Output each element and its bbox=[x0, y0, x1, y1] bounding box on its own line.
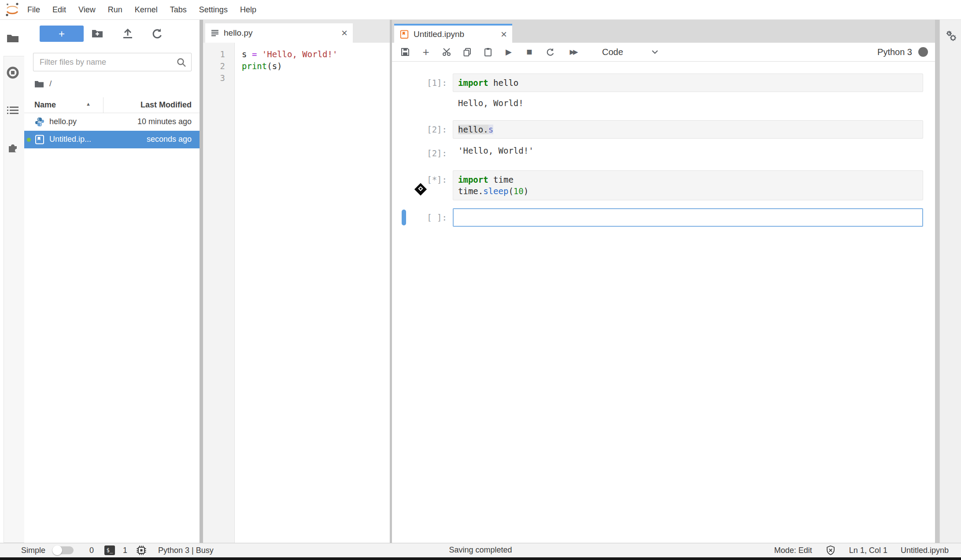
splitter-filebrowser-editor[interactable] bbox=[200, 20, 203, 543]
notebook-cells-area[interactable]: [1]:import helloHello, World![2]:hello.s… bbox=[392, 62, 935, 543]
line-number: 2 bbox=[203, 60, 225, 72]
column-divider bbox=[103, 97, 103, 113]
restart-run-all-icon[interactable]: ▶▶ bbox=[566, 48, 580, 56]
upload-icon[interactable] bbox=[122, 27, 134, 40]
kernel-chip-icon[interactable] bbox=[136, 545, 147, 556]
running-kernels-icon[interactable] bbox=[6, 66, 19, 79]
file-list-header: Name ▲ Last Modified bbox=[24, 97, 200, 113]
menu-bar: File Edit View Run Kernel Tabs Settings … bbox=[0, 0, 961, 20]
menu-edit[interactable]: Edit bbox=[46, 5, 72, 15]
file-browser-icon[interactable] bbox=[6, 32, 19, 45]
notebook-scrollbar[interactable] bbox=[935, 20, 939, 543]
stop-icon[interactable]: ■ bbox=[525, 46, 534, 58]
code-line[interactable]: hello.s bbox=[458, 124, 918, 135]
code-line[interactable]: s = 'Hello, World!' bbox=[242, 48, 388, 60]
breadcrumb[interactable]: / bbox=[34, 78, 52, 89]
notebook-cell[interactable]: [*]:import timetime.sleep(10) bbox=[392, 170, 935, 200]
restart-kernel-icon[interactable] bbox=[546, 48, 554, 56]
cell-input[interactable] bbox=[453, 208, 923, 227]
paste-cells-icon[interactable] bbox=[484, 48, 492, 56]
new-folder-icon[interactable] bbox=[91, 27, 103, 40]
chevron-down-icon[interactable] bbox=[651, 50, 659, 54]
kernels-count[interactable]: 1 bbox=[123, 546, 127, 555]
code-line[interactable] bbox=[458, 212, 918, 223]
filter-files-input[interactable] bbox=[33, 53, 191, 71]
home-folder-icon[interactable] bbox=[34, 80, 44, 88]
menu-tabs[interactable]: Tabs bbox=[164, 5, 193, 15]
kernel-busy-icon[interactable] bbox=[918, 47, 928, 57]
code-line[interactable]: time.sleep(10) bbox=[458, 185, 918, 197]
menu-kernel[interactable]: Kernel bbox=[129, 5, 164, 15]
output-text: Hello, World! bbox=[453, 96, 935, 110]
menu-run[interactable]: Run bbox=[102, 5, 129, 15]
simple-mode-toggle[interactable] bbox=[52, 546, 74, 554]
new-launcher-button[interactable]: + bbox=[40, 26, 84, 42]
menu-help[interactable]: Help bbox=[234, 5, 262, 15]
close-tab-icon[interactable]: × bbox=[501, 29, 507, 40]
shield-not-trusted-icon[interactable] bbox=[825, 545, 836, 556]
python-file-icon bbox=[34, 117, 45, 127]
column-header-name[interactable]: Name bbox=[34, 100, 56, 110]
kernel-status-text[interactable]: Python 3 | Busy bbox=[158, 546, 214, 555]
menu-view[interactable]: View bbox=[72, 5, 102, 15]
status-message: Saving completed bbox=[449, 545, 512, 555]
breadcrumb-root[interactable]: / bbox=[49, 79, 52, 88]
table-of-contents-icon[interactable] bbox=[6, 104, 19, 117]
menu-settings[interactable]: Settings bbox=[193, 5, 234, 15]
line-number: 1 bbox=[203, 48, 225, 60]
property-inspector-icon[interactable] bbox=[945, 29, 958, 43]
right-sidebar-strip bbox=[939, 20, 961, 543]
code-editor[interactable]: 1 2 3 s = 'Hello, World!' print(s) bbox=[203, 43, 390, 543]
cell-type-dropdown[interactable]: Code bbox=[602, 47, 623, 57]
file-name[interactable]: Untitled.ip... bbox=[49, 135, 91, 144]
notebook-cell[interactable]: [1]:import hello bbox=[392, 74, 935, 92]
cell-collapser[interactable] bbox=[402, 210, 406, 225]
kernel-indicator[interactable]: Python 3 bbox=[877, 47, 935, 57]
file-row-untitled-ipynb[interactable]: Untitled.ip... seconds ago bbox=[24, 131, 200, 148]
notebook-panel: Untitled.ipynb × + ▶ ■ ▶▶ Code Python 3 bbox=[392, 20, 935, 543]
notebook-cell[interactable]: [2]:hello.s bbox=[392, 120, 935, 139]
cell-input[interactable]: hello.s bbox=[453, 120, 923, 139]
add-cell-icon[interactable]: + bbox=[421, 48, 430, 56]
close-tab-icon[interactable]: × bbox=[341, 28, 347, 38]
kernel-name[interactable]: Python 3 bbox=[877, 47, 912, 57]
cut-cells-icon[interactable] bbox=[442, 48, 451, 56]
cell-input[interactable]: import timetime.sleep(10) bbox=[453, 170, 923, 200]
menu-file[interactable]: File bbox=[21, 5, 46, 15]
terminals-count[interactable]: 0 bbox=[89, 546, 94, 555]
extensions-icon[interactable] bbox=[6, 141, 19, 154]
toggle-knob bbox=[52, 545, 62, 555]
left-sidebar-strip bbox=[0, 20, 24, 543]
code-line[interactable] bbox=[242, 72, 388, 84]
refresh-icon[interactable] bbox=[151, 27, 163, 40]
editor-code[interactable]: s = 'Hello, World!' print(s) bbox=[242, 48, 388, 84]
active-document-name[interactable]: Untitled.ipynb bbox=[901, 546, 949, 555]
file-browser-panel: + / Name ▲ Last Modified bbox=[24, 20, 200, 543]
save-icon[interactable] bbox=[401, 48, 410, 56]
notebook-cell[interactable]: [ ]: bbox=[392, 208, 935, 227]
sort-ascending-icon[interactable]: ▲ bbox=[86, 101, 91, 107]
status-bar: Simple 0 $_ 1 Python 3 | Busy Saving com… bbox=[0, 543, 961, 557]
window-bottom-edge bbox=[0, 557, 961, 560]
terminal-icon[interactable]: $_ bbox=[104, 545, 115, 555]
search-icon[interactable] bbox=[176, 57, 187, 68]
file-modified: seconds ago bbox=[147, 135, 192, 144]
cursor-position[interactable]: Ln 1, Col 1 bbox=[849, 546, 887, 555]
cell-output: [2]:'Hello, World!' bbox=[392, 144, 935, 159]
line-number: 3 bbox=[203, 72, 225, 84]
notebook-toolbar: + ▶ ■ ▶▶ Code Python 3 bbox=[392, 43, 935, 62]
file-row-hello-py[interactable]: hello.py 10 minutes ago bbox=[24, 113, 200, 131]
editor-tab-bar: hello.py × bbox=[203, 20, 390, 43]
cell-input[interactable]: import hello bbox=[453, 74, 923, 92]
code-line[interactable]: print(s) bbox=[242, 60, 388, 72]
tab-hello-py[interactable]: hello.py × bbox=[205, 23, 353, 43]
copy-cells-icon[interactable] bbox=[463, 48, 472, 56]
column-header-last-modified[interactable]: Last Modified bbox=[140, 100, 192, 110]
notebook-mode-indicator[interactable]: Mode: Edit bbox=[774, 546, 812, 555]
code-line[interactable]: import hello bbox=[458, 77, 918, 88]
file-name[interactable]: hello.py bbox=[49, 117, 77, 126]
tab-untitled-ipynb[interactable]: Untitled.ipynb × bbox=[394, 24, 512, 43]
run-icon[interactable]: ▶ bbox=[504, 47, 513, 57]
code-line[interactable]: import time bbox=[458, 174, 918, 185]
output-prompt: [2]: bbox=[392, 144, 453, 159]
